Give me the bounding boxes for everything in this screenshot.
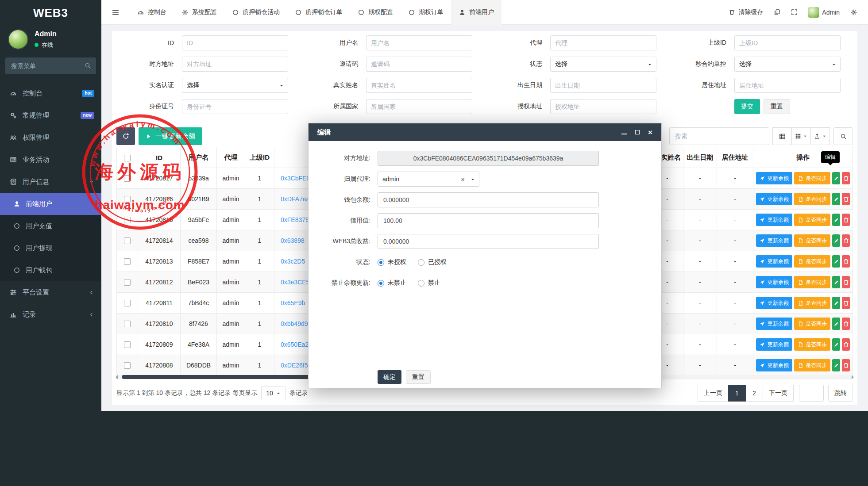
prev-page-button[interactable]: 上一页 [698, 385, 729, 402]
sidebar-subitem[interactable]: 用户钱包 [0, 259, 101, 281]
search-button[interactable] [833, 127, 853, 145]
row-checkbox[interactable] [124, 258, 131, 265]
edit-button[interactable] [832, 318, 840, 330]
edit-button[interactable] [832, 255, 840, 268]
row-checkbox[interactable] [124, 237, 131, 244]
close-icon[interactable]: × [648, 129, 652, 136]
sync-button[interactable]: 是否同步 [794, 193, 830, 205]
filter-input[interactable] [734, 35, 841, 50]
update-balance-button[interactable]: 更新余额 [756, 276, 792, 288]
jump-page-input[interactable] [799, 385, 824, 402]
row-checkbox[interactable] [124, 217, 131, 223]
filter-select[interactable]: 选择 [550, 57, 656, 72]
sidebar-item[interactable]: 记录 [0, 303, 101, 325]
update-balance-button[interactable]: 更新余额 [756, 255, 792, 268]
sync-button[interactable]: 是否同步 [794, 172, 830, 184]
sidebar-item[interactable]: 常规管理new [0, 104, 101, 126]
tab-2[interactable]: 质押锁仓活动 [224, 0, 287, 25]
page-button-2[interactable]: 2 [745, 385, 763, 402]
row-checkbox[interactable] [124, 300, 131, 306]
delete-button[interactable] [842, 214, 850, 226]
row-checkbox[interactable] [124, 341, 131, 348]
maximize-icon[interactable] [635, 130, 640, 134]
export-button[interactable] [810, 127, 830, 145]
radio-status-authorized[interactable]: 已授权 [418, 258, 447, 266]
page-size-select[interactable]: 10 [261, 386, 285, 400]
delete-button[interactable] [842, 276, 850, 288]
sidebar-item[interactable]: 权限管理 [0, 126, 101, 149]
row-checkbox[interactable] [124, 175, 131, 182]
tab-5[interactable]: 期权订单 [401, 0, 451, 25]
filter-select[interactable]: 选择 [182, 78, 288, 93]
sync-button[interactable]: 是否同步 [794, 297, 830, 309]
edit-button[interactable] [832, 359, 840, 371]
modal-agent-select[interactable]: admin × [378, 172, 479, 187]
edit-button[interactable] [832, 297, 840, 309]
sync-button[interactable]: 是否同步 [794, 338, 830, 351]
refresh-button[interactable] [116, 127, 135, 145]
tab-1[interactable]: 系统配置 [174, 0, 224, 25]
gear-icon[interactable] [850, 9, 857, 16]
filter-input[interactable] [182, 99, 288, 114]
filter-input[interactable] [182, 35, 288, 50]
jump-button[interactable]: 跳转 [828, 385, 853, 402]
delete-button[interactable] [842, 297, 850, 309]
update-balance-button[interactable]: 更新余额 [756, 359, 792, 371]
avatar[interactable] [8, 29, 28, 50]
modal-credit-input[interactable] [378, 213, 599, 228]
delete-button[interactable] [842, 338, 850, 351]
sync-button[interactable]: 是否同步 [794, 276, 830, 288]
tab-3[interactable]: 质押锁仓订单 [287, 0, 350, 25]
columns-button[interactable] [791, 127, 811, 145]
delete-button[interactable] [842, 193, 850, 205]
modal-header[interactable]: 编辑 × [309, 123, 661, 141]
filter-input[interactable] [366, 78, 472, 93]
batch-update-button[interactable]: 一键更新余额 [139, 127, 202, 145]
tab-4[interactable]: 期权配置 [350, 0, 401, 25]
radio-forbid-no[interactable]: 未禁止 [378, 279, 406, 287]
submit-button[interactable]: 提交 [734, 99, 760, 114]
radio-status-unauthorized[interactable]: 未授权 [378, 258, 406, 266]
detail-view-button[interactable] [772, 127, 792, 145]
select-all-checkbox[interactable] [124, 155, 131, 161]
filter-input[interactable] [366, 57, 472, 72]
sidebar-item[interactable]: 用户信息 [0, 171, 101, 193]
hamburger-icon[interactable] [101, 8, 130, 16]
modal-balance-input[interactable] [378, 192, 599, 207]
update-balance-button[interactable]: 更新余额 [756, 338, 792, 351]
radio-forbid-yes[interactable]: 禁止 [418, 279, 440, 287]
row-checkbox[interactable] [124, 362, 131, 369]
sidebar-subitem[interactable]: 前端用户 [0, 193, 101, 215]
update-balance-button[interactable]: 更新余额 [756, 297, 792, 309]
minimize-icon[interactable] [621, 130, 627, 134]
modal-reset-button[interactable]: 重置 [406, 370, 431, 384]
sidebar-subitem[interactable]: 用户提现 [0, 237, 101, 259]
clear-icon[interactable]: × [461, 176, 465, 183]
topbar-user[interactable]: Admin [808, 7, 840, 18]
row-checkbox[interactable] [124, 279, 131, 286]
row-checkbox[interactable] [124, 196, 131, 203]
scroll-left-icon[interactable] [113, 375, 118, 379]
filter-input[interactable] [550, 99, 656, 114]
fullscreen-icon[interactable] [791, 9, 798, 15]
confirm-button[interactable]: 确定 [378, 370, 401, 384]
scroll-right-icon[interactable] [852, 375, 856, 379]
delete-button[interactable] [842, 255, 850, 268]
sidebar-search-input[interactable] [5, 57, 96, 74]
tab-6[interactable]: 前端用户 [451, 0, 502, 25]
update-balance-button[interactable]: 更新余额 [756, 318, 792, 330]
update-balance-button[interactable]: 更新余额 [756, 214, 792, 226]
filter-input[interactable] [366, 99, 472, 114]
filter-input[interactable] [734, 78, 841, 93]
sync-button[interactable]: 是否同步 [794, 255, 830, 268]
delete-button[interactable] [842, 318, 850, 330]
page-button-1[interactable]: 1 [728, 385, 746, 402]
sync-button[interactable]: 是否同步 [794, 234, 830, 247]
filter-input[interactable] [550, 78, 656, 93]
update-balance-button[interactable]: 更新余额 [756, 234, 792, 247]
delete-button[interactable] [842, 359, 850, 371]
delete-button[interactable] [842, 234, 850, 247]
delete-button[interactable] [842, 172, 850, 184]
row-checkbox[interactable] [124, 321, 131, 327]
sidebar-item[interactable]: 控制台hot [0, 82, 101, 104]
